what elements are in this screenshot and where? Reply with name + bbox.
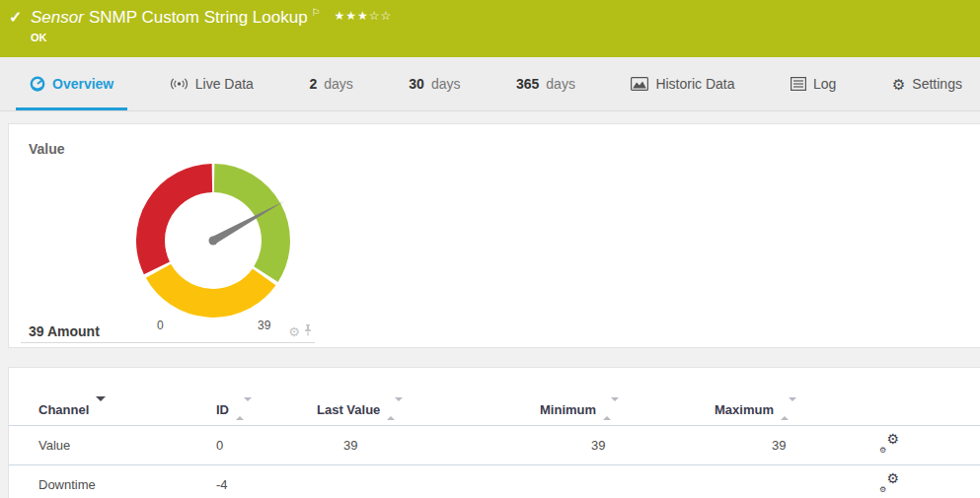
broadcast-icon (170, 76, 188, 92)
cell-last-value: 39 (317, 426, 540, 465)
tab-label-number: 365 (516, 76, 539, 92)
log-icon (791, 77, 806, 91)
cell-id: 0 (216, 426, 317, 465)
sort-icon (236, 401, 252, 416)
gauge-chart (136, 164, 290, 318)
column-header-label: ID (216, 402, 229, 417)
area-chart-icon (631, 77, 648, 91)
cell-id: -4 (216, 465, 317, 498)
gauge-ring (136, 164, 290, 318)
gauge-icon (30, 76, 45, 92)
sensor-title-line: SensorSNMP Custom String Lookup⚐★★★☆☆ (31, 7, 392, 28)
channels-table-panel: Channel ID Last Value Minimum Maximum Va… (8, 367, 980, 498)
stars-filled: ★★★ (335, 9, 369, 23)
tab-365-days[interactable]: 365 days (502, 57, 589, 110)
sensor-title-prefix: Sensor (31, 8, 84, 27)
cell-minimum: 39 (540, 426, 715, 465)
column-header-label: Maximum (715, 402, 774, 417)
column-header-label: Last Value (317, 402, 380, 417)
tab-label: Log (813, 76, 836, 92)
table-row-value[interactable]: Value 0 39 39 39 ⚙ ⚙ (9, 426, 980, 465)
cell-actions: ⚙ ⚙ (879, 426, 980, 465)
gear-icon: ⚙ (886, 471, 899, 485)
tab-2-days[interactable]: 2 days (295, 57, 366, 110)
cell-minimum (540, 465, 715, 498)
tab-label-number: 30 (409, 76, 424, 92)
cell-last-value (317, 465, 540, 498)
column-header-minimum[interactable]: Minimum (540, 401, 715, 426)
sensor-header: ✓ SensorSNMP Custom String Lookup⚐★★★☆☆ … (0, 0, 980, 57)
table-row-downtime[interactable]: Downtime -4 ⚙ ⚙ (9, 465, 980, 498)
column-header-channel[interactable]: Channel (9, 401, 216, 426)
column-header-last-value[interactable]: Last Value (317, 401, 540, 426)
tab-live-data[interactable]: Live Data (156, 57, 267, 110)
gauge-legend-row[interactable]: 39 Amount ⚙ (21, 323, 315, 343)
gear-icon: ⚙ (886, 432, 899, 446)
table-header-row: Channel ID Last Value Minimum Maximum (9, 401, 980, 426)
gauge-legend-label: 39 Amount (29, 323, 100, 339)
tab-label: Live Data (195, 76, 254, 92)
overview-gauge-panel: Value 0 39 39 Amount ⚙ (8, 123, 980, 348)
tab-30-days[interactable]: 30 days (395, 57, 474, 110)
channel-gear-icon[interactable]: ⚙ (288, 325, 300, 338)
tab-label: days (546, 76, 575, 92)
sort-desc-icon (96, 401, 106, 416)
channel-settings-gears-icon[interactable]: ⚙ ⚙ (879, 474, 899, 492)
gauge-legend-icons: ⚙ (288, 322, 313, 340)
tab-log[interactable]: Log (777, 57, 850, 110)
tab-label-number: 2 (309, 76, 317, 92)
sort-icon (387, 401, 403, 416)
column-header-label: Channel (38, 402, 89, 417)
tab-overview[interactable]: Overview (16, 57, 127, 110)
tab-settings[interactable]: ⚙ Settings (878, 57, 976, 110)
column-header-actions (879, 401, 980, 426)
tab-label: Settings (912, 76, 962, 92)
sort-icon (781, 401, 796, 416)
tab-historic-data[interactable]: Historic Data (617, 57, 748, 110)
status-badge: OK (31, 32, 47, 43)
cell-maximum: 39 (715, 426, 879, 465)
pin-icon[interactable] (303, 322, 313, 340)
gauge-panel-title: Value (29, 141, 65, 157)
gear-icon: ⚙ (892, 77, 905, 92)
cell-maximum (715, 465, 879, 498)
rating-stars[interactable]: ★★★☆☆ (335, 9, 393, 23)
sensor-title: SNMP Custom String Lookup (89, 8, 308, 27)
tab-label: days (431, 76, 461, 92)
tab-label: days (324, 76, 353, 92)
check-icon: ✓ (9, 8, 22, 27)
cell-actions: ⚙ ⚙ (879, 465, 980, 498)
cell-channel: Value (9, 426, 216, 465)
channel-settings-gears-icon[interactable]: ⚙ ⚙ (879, 435, 899, 453)
flag-icon[interactable]: ⚐ (312, 7, 321, 18)
cell-channel: Downtime (9, 465, 216, 498)
stars-empty: ☆☆ (369, 9, 393, 23)
sort-icon (603, 401, 619, 416)
channels-table: Channel ID Last Value Minimum Maximum Va… (9, 401, 980, 498)
tab-label: Overview (52, 76, 113, 92)
tab-label: Historic Data (655, 76, 734, 92)
gear-icon: ⚙ (879, 447, 886, 455)
column-header-label: Minimum (540, 402, 596, 417)
column-header-maximum[interactable]: Maximum (715, 401, 879, 426)
column-header-id[interactable]: ID (216, 401, 317, 426)
tab-bar: Overview Live Data 2 days 30 days 365 da… (0, 57, 980, 111)
gear-icon: ⚙ (879, 486, 886, 494)
